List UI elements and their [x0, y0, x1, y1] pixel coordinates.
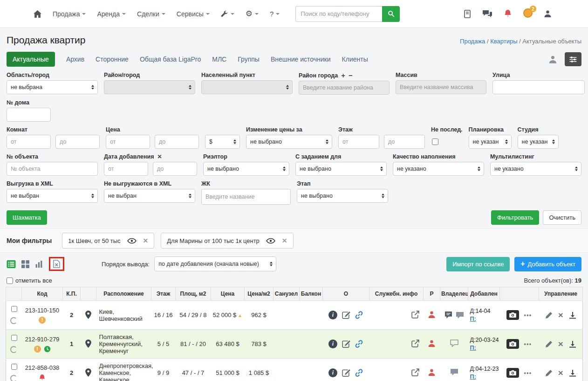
clear-button[interactable]: Очистить — [543, 210, 581, 225]
messages-icon[interactable] — [482, 10, 492, 18]
row-checkbox[interactable] — [11, 335, 17, 341]
eye-icon[interactable] — [127, 238, 137, 244]
chart-view-icon[interactable] — [35, 260, 43, 268]
menu-settings[interactable]: ⚙ — [246, 10, 259, 18]
more-actions-icon[interactable]: ••• — [524, 370, 532, 376]
external-link-icon[interactable] — [411, 310, 420, 319]
delete-icon[interactable]: × — [558, 339, 563, 348]
tab-thirdparty[interactable]: Сторонние — [96, 55, 129, 63]
list-view-icon[interactable] — [7, 260, 16, 268]
stage-select[interactable]: не выбрано — [297, 189, 388, 203]
link-icon[interactable] — [355, 339, 363, 348]
info-icon[interactable]: i — [328, 339, 337, 348]
info-icon[interactable]: i — [328, 311, 337, 319]
journal-icon[interactable] — [464, 10, 471, 18]
external-link-icon[interactable] — [411, 339, 420, 348]
price-from-input[interactable] — [106, 135, 150, 149]
search-button[interactable] — [382, 6, 400, 22]
excel-export-icon[interactable] — [53, 260, 60, 268]
object-code[interactable]: 212-910-279 — [24, 336, 61, 343]
object-code[interactable]: 213-110-150 — [24, 307, 61, 314]
owner-chat-icon[interactable] — [450, 339, 458, 347]
menu-deals[interactable]: Сделки — [137, 10, 165, 18]
xml-not-select[interactable]: не выбран — [104, 189, 195, 203]
tab-mls[interactable]: МЛС — [212, 55, 226, 63]
edit-pencil-icon[interactable] — [545, 369, 553, 377]
city-district-input[interactable] — [299, 81, 390, 95]
layout-select[interactable]: не указан — [469, 135, 512, 149]
tab-actual[interactable]: Актуальные — [7, 52, 55, 67]
realtor-person-icon[interactable] — [428, 368, 436, 376]
menu-services[interactable]: Сервисы — [177, 10, 210, 18]
realtor-select[interactable]: не выбрано — [203, 162, 289, 176]
remove-filter-icon[interactable]: ✕ — [282, 237, 287, 244]
select-all-checkbox[interactable] — [7, 277, 13, 284]
complex-input[interactable] — [201, 189, 291, 205]
edit-note-icon[interactable] — [342, 311, 350, 319]
external-link-icon[interactable] — [411, 368, 420, 377]
remove-district-icon[interactable]: − — [349, 72, 353, 79]
tab-clients[interactable]: Клиенты — [342, 55, 368, 63]
map-pin-icon[interactable] — [82, 339, 95, 348]
delete-icon[interactable]: × — [558, 368, 563, 377]
profile-icon[interactable] — [544, 10, 552, 18]
edit-note-icon[interactable] — [342, 368, 350, 377]
add-district-icon[interactable]: + — [341, 72, 345, 79]
photos-button[interactable] — [506, 368, 519, 378]
chessboard-button[interactable]: Шахматка — [7, 210, 47, 225]
saved-filter-chip[interactable]: 1к Шевч, от 50 тыс ✕ — [62, 233, 154, 249]
rooms-to-input[interactable] — [55, 135, 100, 149]
edit-note-icon[interactable] — [342, 339, 350, 348]
tab-ligapro-base[interactable]: Общая база LigaPro — [140, 55, 201, 63]
tab-external-sources[interactable]: Внешние источники — [271, 55, 331, 63]
price-change-select[interactable]: не выбрано — [246, 135, 332, 149]
object-id-input[interactable] — [7, 162, 98, 176]
link-icon[interactable] — [355, 311, 363, 319]
tab-archive[interactable]: Архив — [66, 55, 84, 63]
breadcrumb-link-apartments[interactable]: Квартиры — [490, 38, 522, 45]
info-icon[interactable]: i — [328, 368, 337, 377]
map-pin-icon[interactable] — [82, 368, 95, 377]
map-pin-icon[interactable] — [82, 311, 95, 319]
floor-from-input[interactable] — [338, 135, 379, 149]
massiv-input[interactable] — [396, 80, 486, 94]
sort-order-select[interactable]: по дате добавления (сначала новые) — [154, 256, 276, 271]
realtor-person-icon[interactable] — [428, 311, 436, 319]
date-from-input[interactable] — [104, 162, 148, 176]
raised-link[interactable]: П: — [470, 316, 476, 322]
owner-chat-icon[interactable] — [456, 312, 464, 319]
download-icon[interactable] — [569, 340, 576, 348]
quality-select[interactable]: не указано — [393, 162, 484, 176]
photos-button[interactable] — [506, 310, 519, 320]
download-icon[interactable] — [569, 369, 576, 377]
xml-upload-select[interactable]: не выбран — [7, 189, 98, 203]
menu-rent[interactable]: Аренда — [97, 10, 126, 18]
more-actions-icon[interactable]: ••• — [524, 312, 532, 319]
region-select[interactable]: не выбрана — [7, 80, 98, 94]
settlement-select[interactable] — [201, 80, 293, 94]
multilisting-select[interactable]: не указано — [490, 162, 581, 176]
row-checkbox[interactable] — [11, 364, 17, 370]
owner-chat-icon[interactable] — [450, 368, 458, 376]
menu-tools[interactable] — [221, 10, 234, 18]
eye-icon[interactable] — [266, 238, 275, 244]
not-last-checkbox[interactable] — [432, 139, 438, 145]
street-input[interactable] — [492, 80, 585, 94]
menu-sale[interactable]: Продажа — [53, 10, 86, 18]
raised-link[interactable]: П: — [470, 345, 476, 351]
price-to-input[interactable] — [155, 135, 199, 149]
clear-date-icon[interactable]: ✕ — [157, 154, 162, 159]
floor-to-input[interactable] — [384, 135, 425, 149]
district-select[interactable] — [104, 80, 195, 94]
tab-groups[interactable]: Группы — [238, 55, 260, 63]
view-settings-button[interactable] — [565, 52, 581, 66]
studio-select[interactable]: не указан — [518, 135, 559, 149]
currency-select[interactable]: $ — [205, 135, 240, 149]
import-by-link-button[interactable]: Импорт по ссылке — [446, 257, 510, 271]
delete-icon[interactable]: × — [558, 311, 563, 319]
edit-pencil-icon[interactable] — [545, 340, 553, 348]
task-for-select[interactable]: не выбрано — [295, 162, 387, 176]
link-icon[interactable] — [355, 368, 363, 377]
date-to-input[interactable] — [153, 162, 197, 176]
note-square-icon[interactable] — [444, 311, 452, 319]
